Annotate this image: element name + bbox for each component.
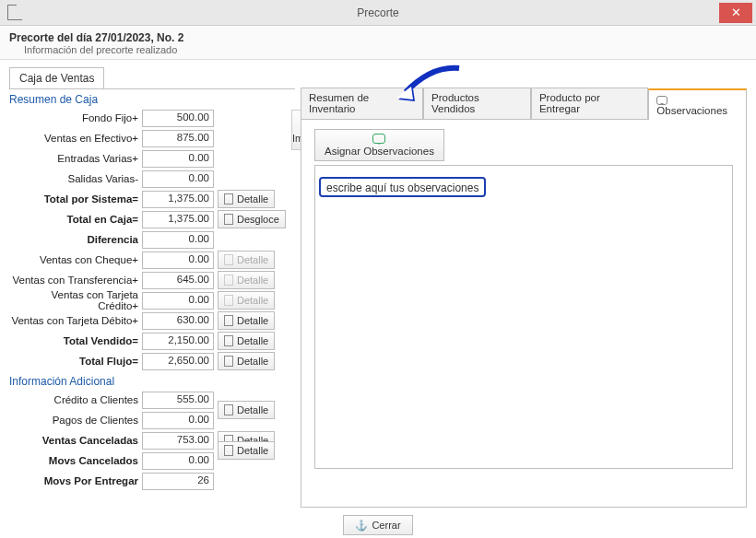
field-label: Total en Caja= [9,214,138,225]
field-label: Total Vendido= [9,335,138,346]
field-row: Total Flujo=2,650.00Detalle [9,351,284,371]
tab-caja-ventas[interactable]: Caja de Ventas [9,67,104,88]
observaciones-container: escribe aquí tus observaciones [314,165,733,469]
field-row: Total en Caja=1,375.00Desgloce [9,209,284,229]
detail-button: Detalle [218,271,275,289]
tab-productos-vendidos[interactable]: Productos Vendidos [423,88,531,119]
tab-label: Observaciones [656,105,727,116]
document-icon [224,254,233,265]
tab-resumen-de-inventario[interactable]: Resumen de Inventario [301,88,423,119]
rows-resumen-caja: Fondo Fijo+500.00Ventas en Efectivo+875.… [9,108,284,371]
rows-info-adicional: Crédito a Clientes555.00Pagos de Cliente… [9,390,295,491]
speech-bubble-icon [372,134,385,144]
detail-label: Detalle [237,254,268,265]
field-value: 2,150.00 [142,333,214,350]
document-icon [224,445,233,456]
document-icon [224,356,233,367]
field-value: 26 [142,473,214,490]
section-resumen-caja: Resumen de Caja [9,93,295,106]
field-label: Crédito a Clientes [9,394,138,405]
field-row: Ventas con Tarjeta Débito+630.00Detalle [9,310,284,331]
footer: ⚓ Cerrar [0,511,756,538]
field-value: 1,375.00 [142,211,214,228]
desgloce-button[interactable]: Desgloce [218,210,286,228]
field-value: 0.00 [142,292,214,310]
subheader: Precorte del día 27/01/2023, No. 2 Infor… [0,26,756,60]
field-label: Ventas con Cheque+ [9,254,138,265]
observaciones-panel: Asignar Observaciones escribe aquí tus o… [301,120,747,508]
field-label: Diferencia [9,234,138,245]
field-value: 500.00 [142,110,214,127]
desgloce-label: Desgloce [237,214,279,225]
tab-producto-por-entregar[interactable]: Producto por Entregar [531,88,648,119]
document-icon [224,275,233,286]
detail-label: Detalle [237,315,268,326]
field-value: 0.00 [142,150,214,168]
precorte-title: Precorte del día 27/01/2023, No. 2 [9,31,747,44]
document-icon [224,404,233,415]
observaciones-input[interactable]: escribe aquí tus observaciones [319,177,486,197]
document-icon [224,214,233,225]
field-label: Ventas Canceladas [9,435,138,446]
field-row: Ventas en Efectivo+875.00 [9,128,284,148]
field-value: 875.00 [142,130,214,147]
detail-label: Detalle [237,356,268,367]
speech-bubble-icon [656,96,667,105]
detail-button: Detalle [218,291,275,310]
field-label: Pagos de Clientes [9,415,138,426]
field-row: Ventas con Transferencia+645.00Detalle [9,270,284,290]
window-close-button[interactable]: ✕ [719,3,752,23]
detail-button[interactable]: Detalle [218,332,275,350]
detail-label: Detalle [237,445,268,456]
field-label: Ventas en Efectivo+ [9,133,138,144]
field-value: 630.00 [142,312,214,330]
field-label: Entradas Varias+ [9,153,138,164]
field-row: Movs Por Entregar26 [9,471,295,491]
detail-button[interactable]: Detalle [218,401,275,419]
tab-label: Producto por Entregar [539,92,600,114]
detail-label: Detalle [237,295,268,306]
detail-button[interactable]: Detalle [218,441,275,460]
assign-observaciones-label: Asignar Observaciones [325,146,434,157]
field-label: Total por Sistema= [9,193,138,205]
precorte-subtitle: Información del precorte realizado [9,44,747,55]
field-label: Fondo Fijo+ [9,112,138,123]
field-value: 0.00 [142,412,214,429]
close-button[interactable]: ⚓ Cerrar [343,515,412,535]
tab-observaciones[interactable]: Observaciones [648,88,747,120]
field-value: 645.00 [142,272,214,289]
field-value: 555.00 [142,392,214,409]
document-icon [224,335,233,346]
close-icon: ✕ [731,6,741,19]
field-value: 1,375.00 [142,191,214,208]
field-row: Total por Sistema=1,375.00Detalle [9,189,284,209]
detail-label: Detalle [237,275,268,286]
field-label: Salidas Varias- [9,173,138,184]
field-row: Movs Cancelados0.00Detalle [9,450,295,471]
field-value: 0.00 [142,231,214,249]
right-panel: Resumen de InventarioProductos VendidosP… [301,67,747,508]
field-label: Ventas con Tarjeta Débito+ [9,315,138,326]
field-label: Movs Cancelados [9,455,138,466]
detail-button: Detalle [218,251,275,269]
app-icon [7,6,22,20]
document-icon [224,295,233,306]
detail-label: Detalle [237,193,268,205]
detail-button[interactable]: Detalle [218,352,275,370]
assign-observaciones-button[interactable]: Asignar Observaciones [314,129,444,161]
detail-label: Detalle [237,404,268,415]
field-value: 0.00 [142,452,214,470]
field-row: Ventas con Tarjeta Crédito+0.00Detalle [9,290,284,310]
detail-button[interactable]: Detalle [218,311,275,330]
document-icon [224,315,233,326]
detail-label: Detalle [237,335,268,346]
field-value: 0.00 [142,170,214,188]
field-row: Fondo Fijo+500.00 [9,108,284,128]
titlebar: Precorte ✕ [0,0,756,26]
field-row: Entradas Varias+0.00 [9,148,284,169]
field-row: Pagos de Clientes0.00Detalle [9,410,295,430]
field-label: Total Flujo= [9,356,138,367]
field-label: Ventas con Transferencia+ [9,275,138,286]
detail-button[interactable]: Detalle [218,190,275,208]
anchor-icon: ⚓ [355,520,368,532]
